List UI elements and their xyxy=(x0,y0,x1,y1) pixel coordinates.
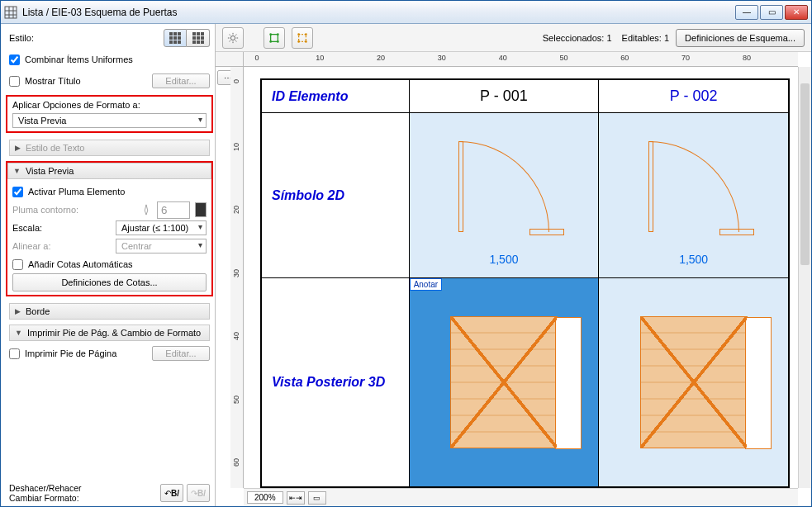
print-footer-label: Imprimir Pie de Página xyxy=(25,348,147,358)
schedule-sheet: ID Elemento P - 001 P - 002 Símbolo 2D 1… xyxy=(260,78,790,488)
auto-dims-label: Añadir Cotas Automáticas xyxy=(28,259,207,269)
style-label: Estilo: xyxy=(9,33,164,43)
pen-icon xyxy=(140,204,152,216)
zoom-level[interactable]: 200% xyxy=(247,491,283,504)
align-select: Centrar xyxy=(116,239,207,254)
pen-color-swatch xyxy=(195,202,207,217)
col-header-2[interactable]: P - 002 xyxy=(599,80,789,113)
auto-dims-checkbox[interactable] xyxy=(12,259,23,270)
grid-icon xyxy=(192,32,204,44)
edit-footer-button[interactable]: Editar... xyxy=(152,346,210,361)
select-tool-button[interactable] xyxy=(264,27,285,49)
fit-page-button[interactable]: ▭ xyxy=(308,491,326,505)
svg-rect-11 xyxy=(299,34,306,41)
section-border[interactable]: ▶Borde xyxy=(9,303,210,320)
minimize-button[interactable]: — xyxy=(735,5,758,20)
undo-redo-label: Deshacer/Rehacer Cambiar Formato: xyxy=(9,483,157,503)
col-header-1[interactable]: P - 001 xyxy=(409,80,599,113)
selected-status: Seleccionados: 1 xyxy=(543,33,612,43)
fit-width-button[interactable]: ⇤⇥ xyxy=(287,491,305,505)
svg-point-10 xyxy=(277,40,279,43)
svg-point-5 xyxy=(230,36,235,40)
maximize-button[interactable]: ▭ xyxy=(760,5,783,20)
canvas-statusbar: 200% ⇤⇥ ▭ xyxy=(244,488,798,506)
show-title-label: Mostrar Título xyxy=(25,76,147,86)
select-dashed-button[interactable] xyxy=(292,27,313,49)
activate-pen-checkbox[interactable] xyxy=(12,187,23,197)
door-2d-icon xyxy=(648,141,739,232)
cell-2d-2[interactable]: 1,500 xyxy=(599,113,789,278)
preview-panel: Seleccionados: 1 Editables: 1 Definicion… xyxy=(216,24,811,506)
chevron-right-icon: ▶ xyxy=(15,144,21,152)
preview-toolbar: Seleccionados: 1 Editables: 1 Definicion… xyxy=(216,24,811,52)
scroll-thumb[interactable] xyxy=(800,83,810,265)
apply-format-header: Aplicar Opciones de Formato a: xyxy=(12,100,207,110)
style-toggle xyxy=(164,29,210,47)
svg-rect-0 xyxy=(5,7,17,18)
select-dashed-icon xyxy=(297,32,308,44)
grid-icon xyxy=(169,32,181,44)
svg-point-9 xyxy=(269,40,272,43)
chevron-down-icon: ▼ xyxy=(15,329,22,337)
apply-format-section: Aplicar Opciones de Formato a: Vista Pre… xyxy=(6,95,213,133)
vertical-scrollbar[interactable] xyxy=(798,67,811,488)
app-icon xyxy=(4,6,17,19)
align-label: Alinear a: xyxy=(12,241,111,251)
svg-point-8 xyxy=(277,33,279,36)
cell-3d-2[interactable] xyxy=(599,278,789,487)
title-bar: Lista / EIE-03 Esquema de Puertas — ▭ ✕ xyxy=(1,1,811,24)
print-footer-checkbox[interactable] xyxy=(9,348,20,359)
row-label-symbol: Símbolo 2D xyxy=(262,113,410,278)
activate-pen-label: Activar Pluma Elemento xyxy=(28,187,207,197)
canvas[interactable]: ID Elemento P - 001 P - 002 Símbolo 2D 1… xyxy=(244,67,798,488)
row-label-back: Vista Posterior 3D xyxy=(262,278,410,487)
svg-point-15 xyxy=(305,40,307,43)
door-3d-icon xyxy=(450,316,558,448)
ruler-vertical: 0 10 20 30 40 50 60 xyxy=(230,67,244,488)
pen-number-input xyxy=(157,201,190,219)
redo-button[interactable]: ↷B/ xyxy=(187,484,210,502)
gear-icon xyxy=(227,32,239,44)
svg-point-13 xyxy=(305,33,307,36)
editable-status: Editables: 1 xyxy=(622,33,670,43)
cell-3d-1[interactable]: Anotar xyxy=(409,278,599,487)
style-grid-b[interactable] xyxy=(187,29,210,47)
settings-gear-button[interactable] xyxy=(222,27,244,49)
window-title: Lista / EIE-03 Esquema de Puertas xyxy=(22,7,735,18)
ruler-horizontal: 0 10 20 30 40 50 60 70 80 xyxy=(244,52,798,67)
section-text-style[interactable]: ▶Estilo de Texto xyxy=(9,140,210,156)
row-label-id: ID Elemento xyxy=(262,80,410,113)
style-grid-a[interactable] xyxy=(164,29,187,47)
door-3d-icon xyxy=(640,316,748,448)
dimension-text: 1,500 xyxy=(410,253,599,266)
undo-button[interactable]: ↶B/ xyxy=(160,484,183,502)
scale-label: Escala: xyxy=(12,223,111,233)
section-preview-header[interactable]: ▼Vista Previa xyxy=(7,163,211,179)
chevron-down-icon: ▼ xyxy=(13,167,21,175)
edit-title-button[interactable]: Editar... xyxy=(152,73,210,88)
svg-rect-6 xyxy=(271,34,278,41)
close-button[interactable]: ✕ xyxy=(785,5,808,20)
preview-section: ▼Vista Previa Activar Pluma Elemento Plu… xyxy=(6,161,213,296)
annotate-badge[interactable]: Anotar xyxy=(410,278,442,291)
cell-2d-1[interactable]: 1,500 xyxy=(409,113,599,278)
svg-point-7 xyxy=(269,33,272,36)
door-2d-icon xyxy=(458,141,549,232)
section-print-footer[interactable]: ▼Imprimir Pie de Pág. & Cambio de Format… xyxy=(9,325,210,341)
dimension-text: 1,500 xyxy=(599,253,788,266)
dimension-definitions-button[interactable]: Definiciones de Cotas... xyxy=(12,273,207,291)
combine-items-label: Combinar Ítems Uniformes xyxy=(25,54,210,64)
ruler-corner xyxy=(216,52,244,67)
show-title-checkbox[interactable] xyxy=(9,76,20,87)
scale-select[interactable]: Ajustar (≤ 1:100) xyxy=(116,220,207,235)
apply-format-select[interactable]: Vista Previa xyxy=(12,113,207,128)
combine-items-checkbox[interactable] xyxy=(9,54,20,65)
svg-point-12 xyxy=(297,33,300,36)
scheme-definitions-button[interactable]: Definiciones de Esquema... xyxy=(676,29,805,47)
chevron-right-icon: ▶ xyxy=(15,307,21,315)
settings-panel: Estilo: Combinar Ítems Uniformes Mostrar… xyxy=(1,24,216,506)
select-box-icon xyxy=(268,32,280,44)
svg-point-14 xyxy=(297,40,300,43)
pen-outline-label: Pluma contorno: xyxy=(12,205,135,215)
